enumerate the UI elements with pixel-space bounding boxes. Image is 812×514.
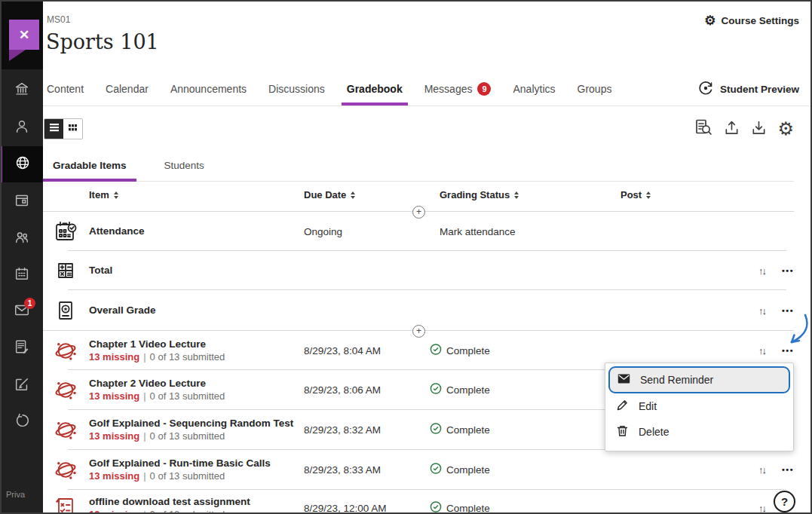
gear-icon: ⚙ [704, 14, 715, 27]
base-nav-sidebar: 1 Priva [0, 0, 43, 514]
search-gradebook-button[interactable] [694, 118, 713, 140]
download-icon [750, 119, 768, 139]
column-header-post[interactable]: Post [620, 189, 651, 200]
sort-order-button[interactable]: ↑↓ [758, 345, 765, 356]
item-name[interactable]: Golf Explained - Run-time Basic Calls [89, 457, 271, 470]
missing-count[interactable]: 13 missing [89, 430, 139, 442]
grading-status[interactable]: Mark attendance [440, 225, 516, 237]
missing-count[interactable]: 13 missing [89, 509, 139, 514]
sidebar-item-signout[interactable] [0, 404, 43, 440]
missing-count[interactable]: 13 missing [89, 390, 139, 402]
menu-item-send-reminder[interactable]: Send Reminder [608, 366, 790, 393]
scorm-package-icon [53, 377, 78, 402]
sort-order-button[interactable]: ↑↓ [758, 265, 765, 276]
sidebar-item-courses[interactable] [0, 184, 43, 220]
view-toggle [44, 118, 83, 139]
sort-order-button[interactable]: ↑↓ [758, 304, 765, 316]
item-name[interactable]: Total [89, 265, 112, 277]
tab-discussions[interactable]: Discussions [268, 72, 325, 106]
column-header-item[interactable]: Item [89, 189, 118, 200]
upload-button[interactable] [723, 119, 740, 139]
student-preview-label: Student Preview [720, 84, 799, 95]
sort-carets-icon [351, 191, 355, 199]
calendar-icon [14, 265, 30, 285]
pencil-icon [616, 399, 629, 414]
sidebar-item-activity[interactable] [0, 146, 43, 182]
tab-groups[interactable]: Groups [578, 72, 612, 106]
page-title: Sports 101 [46, 30, 159, 54]
table-row[interactable]: Total ↑↓ ••• [43, 251, 794, 289]
tab-announcements[interactable]: Announcements [170, 72, 247, 106]
course-id: MS01 [47, 14, 70, 25]
gradebook-settings-button[interactable]: ⚙ [777, 120, 794, 138]
sidebar-item-profile[interactable] [0, 110, 43, 146]
tab-content[interactable]: Content [47, 72, 84, 106]
due-date: 8/29/23, 8:33 AM [304, 464, 381, 476]
submitted-count: 0 of 13 submitted [150, 470, 225, 482]
item-name[interactable]: Chapter 2 Video Lecture [89, 378, 225, 390]
tab-students[interactable]: Students [155, 149, 214, 181]
sidebar-item-grades[interactable] [0, 330, 43, 366]
sidebar-item-messages[interactable]: 1 [0, 293, 43, 329]
plus-icon: + [416, 326, 421, 336]
check-circle-icon [430, 463, 442, 477]
messages-badge: 9 [477, 82, 491, 96]
missing-count[interactable]: 13 missing [89, 470, 139, 482]
help-button[interactable]: ? [774, 491, 795, 512]
submitted-count: 0 of 13 submitted [150, 351, 225, 363]
grading-status[interactable]: Complete [430, 501, 490, 514]
sort-carets-icon [646, 191, 651, 199]
menu-item-delete[interactable]: Delete [608, 419, 790, 445]
column-header-due-date[interactable]: Due Date [304, 189, 355, 200]
paper-pencil-icon [14, 338, 30, 358]
privacy-link[interactable]: Priva [6, 490, 25, 499]
add-item-button[interactable]: + [412, 206, 425, 219]
item-name[interactable]: Chapter 1 Video Lecture [89, 338, 225, 350]
tab-messages[interactable]: Messages 9 [424, 72, 492, 106]
overall-grade-icon [53, 298, 78, 323]
sidebar-item-tools[interactable] [0, 368, 43, 404]
sidebar-item-institution[interactable] [0, 72, 43, 109]
tab-gradable-items[interactable]: Gradable Items [43, 149, 136, 181]
add-item-button[interactable]: + [412, 325, 425, 338]
table-row[interactable]: Golf Explained - Run-time Basic Calls 13… [43, 450, 794, 489]
row-menu-button[interactable]: ••• [782, 465, 794, 474]
close-icon: ✕ [19, 27, 29, 43]
list-view-icon [49, 122, 60, 136]
row-menu-button[interactable]: ••• [782, 266, 794, 275]
globe-icon [14, 155, 31, 174]
check-circle-icon [430, 383, 442, 397]
sidebar-item-organizations[interactable] [0, 221, 43, 257]
item-name[interactable]: Overall Grade [89, 304, 156, 317]
grading-status[interactable]: Complete [430, 383, 490, 397]
list-view-button[interactable] [44, 119, 63, 139]
column-header-grading-status[interactable]: Grading Status [440, 189, 519, 200]
item-name[interactable]: Attendance [89, 225, 145, 237]
sidebar-item-calendar[interactable] [0, 257, 43, 293]
close-course-button[interactable]: ✕ [9, 20, 39, 50]
table-row[interactable]: offline download test assignment 13 miss… [43, 488, 794, 514]
menu-item-edit[interactable]: Edit [608, 393, 790, 419]
download-button[interactable] [750, 119, 768, 139]
offline-assignment-icon [53, 495, 78, 514]
tab-gradebook[interactable]: Gradebook [347, 72, 403, 106]
sort-order-button[interactable]: ↑↓ [758, 503, 765, 514]
grid-view-button[interactable] [63, 119, 82, 139]
gear-icon: ⚙ [777, 120, 794, 138]
scorm-package-icon [53, 457, 78, 482]
grading-status[interactable]: Complete [430, 344, 490, 358]
upload-icon [723, 119, 740, 139]
item-name[interactable]: offline download test assignment [89, 496, 250, 508]
course-settings-label: Course Settings [721, 15, 799, 26]
grading-status[interactable]: Complete [430, 463, 490, 477]
tab-analytics[interactable]: Analytics [513, 72, 555, 106]
course-settings-button[interactable]: ⚙ Course Settings [704, 14, 799, 27]
tab-calendar[interactable]: Calendar [106, 72, 149, 106]
due-date: 8/29/23, 8:32 AM [304, 424, 381, 436]
item-name[interactable]: Golf Explained - Sequencing Random Test [89, 418, 293, 430]
sort-order-button[interactable]: ↑↓ [758, 464, 765, 476]
grading-status[interactable]: Complete [430, 423, 490, 437]
missing-count[interactable]: 13 missing [89, 351, 139, 363]
annotation-arrow-icon [783, 313, 811, 352]
student-preview-button[interactable]: Student Preview [697, 72, 799, 106]
